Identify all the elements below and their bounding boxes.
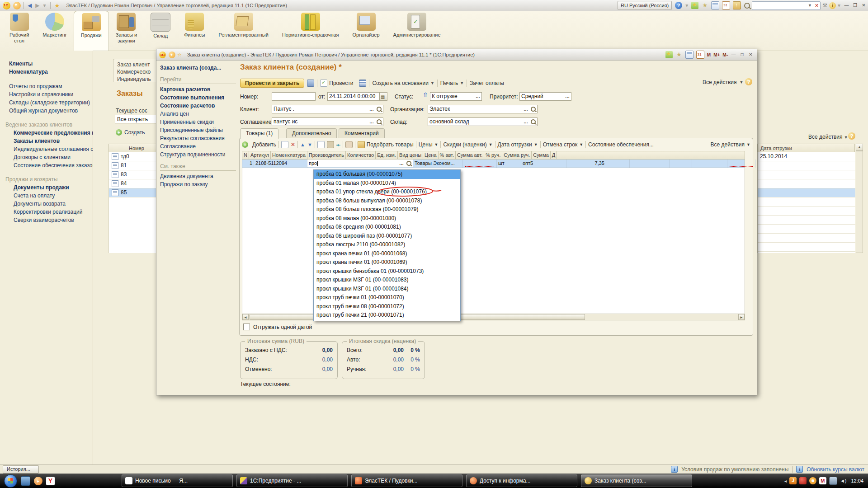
delete-row-icon[interactable]: ✕ — [291, 141, 295, 148]
order-row[interactable]: 84 — [109, 179, 157, 188]
copy-row-icon[interactable] — [281, 141, 288, 148]
taskbar-app-button[interactable]: ЭласТЕК / Пудовки... — [351, 474, 462, 487]
warehouse-search-icon[interactable] — [531, 119, 536, 124]
yandex-browser-icon[interactable]: Y — [46, 477, 55, 485]
move-down-icon[interactable]: ▼ — [307, 142, 312, 147]
search-history-dropdown-icon[interactable]: ▼ — [807, 3, 813, 8]
dialog-nav-item[interactable]: Карточка расчетов — [160, 85, 236, 94]
grid-column-header[interactable]: Сумма авт. — [456, 151, 484, 159]
dropdown-item[interactable]: прокл труб печки 08 (00-00001072) — [314, 302, 460, 311]
paste-icon[interactable] — [327, 141, 334, 148]
number-field[interactable] — [272, 92, 316, 101]
order-date-row[interactable]: 25.10.2014 — [758, 152, 855, 161]
sidebar-item[interactable]: Корректировки реализаций — [0, 208, 93, 216]
memory-mminus-button[interactable]: M- — [722, 52, 728, 57]
sidebar-item[interactable]: Ведение заказов клиентов — [0, 121, 93, 129]
dialog-nav-item[interactable]: Структура подчиненности — [160, 150, 236, 159]
post-and-close-button[interactable]: Провести и закрыть — [240, 79, 304, 88]
supply-state-button[interactable]: Состояние обеспечения... — [588, 140, 654, 149]
calculator-icon[interactable] — [711, 1, 719, 9]
dialog-favorites-icon[interactable]: ★ — [675, 51, 683, 58]
scroll-right-icon[interactable]: ► — [738, 314, 745, 320]
orders-column-date[interactable]: Дата отгрузки — [757, 144, 855, 153]
ship-date-button[interactable]: Дата отгрузки ▼ — [498, 140, 538, 149]
ribbon-tab[interactable]: Регламентированный — [212, 11, 275, 51]
language-button[interactable]: RU Русский (Россия) — [618, 1, 672, 10]
help-dropdown-icon[interactable]: ▾ — [684, 2, 690, 9]
sidebar-item[interactable]: Договоры с клиентами — [0, 153, 93, 161]
priority-choose-icon[interactable]: … — [564, 93, 571, 100]
ribbon-tab[interactable]: Продажи — [74, 11, 109, 51]
search-clear-icon[interactable]: ✕ — [813, 3, 820, 9]
dialog-star-icon[interactable]: ☆ — [175, 52, 184, 58]
sidebar-item[interactable]: Продажи и возвраты — [0, 175, 93, 183]
favorites-star-icon[interactable]: ★ — [53, 2, 62, 9]
scroll-up-icon[interactable]: ▲ — [856, 144, 863, 151]
info-dropdown-icon[interactable]: ▾ — [836, 2, 842, 9]
dialog-nav-item[interactable]: Перейти — [160, 75, 236, 84]
grid-all-actions[interactable]: Все действия ▼ — [711, 140, 750, 149]
dialog-add-favorite-icon[interactable] — [665, 51, 673, 58]
agreement-choose-icon[interactable]: … — [368, 118, 375, 126]
sidebar-item[interactable]: Документы возврата — [0, 200, 93, 208]
agreement-field[interactable]: пантус ис … — [272, 117, 383, 126]
dropdown-item[interactable]: пробка 08 малая (00-00001080) — [314, 214, 460, 223]
dropdown-item[interactable]: прокл труб печки 01 (00-00001070) — [314, 293, 460, 302]
minimize-button[interactable]: — — [843, 2, 850, 9]
client-choose-icon[interactable]: … — [368, 105, 375, 113]
dialog-maximize-button[interactable]: □ — [739, 52, 745, 58]
ribbon-tab[interactable]: Маркетинг — [36, 11, 73, 51]
java-tray-icon[interactable]: J — [789, 477, 797, 484]
priority-field[interactable]: Средний … — [519, 92, 571, 101]
dialog-nav-item[interactable]: Анализ цен — [160, 110, 236, 118]
dialog-nav-item[interactable]: Присоединенные файлы — [160, 126, 236, 134]
agreement-search-icon[interactable] — [377, 119, 382, 124]
panel-link[interactable]: Индивидуаль — [117, 75, 156, 83]
calendar-icon[interactable] — [722, 1, 730, 9]
quantity-cell[interactable] — [463, 160, 497, 168]
status-choose-icon[interactable]: … — [475, 93, 481, 100]
dropdown-item[interactable]: пробка 08 больш выпуклая (00-00001078) — [314, 197, 460, 206]
dialog-calendar-icon[interactable] — [696, 51, 704, 59]
dialog-menu-icon[interactable] — [169, 52, 175, 58]
dialog-close-button[interactable]: ✕ — [747, 52, 754, 58]
checkbox-icon[interactable] — [243, 324, 250, 330]
status-field[interactable]: К отгрузке … — [430, 92, 482, 101]
close-button[interactable]: ✕ — [860, 2, 867, 9]
sidebar-item[interactable]: Склады (складские территории) — [0, 99, 93, 107]
ship-one-date-option[interactable]: Отгружать одной датой — [243, 324, 312, 330]
grid-column-header[interactable]: Сумма — [532, 151, 551, 159]
tab-comment[interactable]: Комментарий — [339, 128, 385, 138]
order-row[interactable]: 83 — [109, 170, 157, 179]
manual-change-icon[interactable] — [345, 141, 353, 148]
update-rates-link[interactable]: Обновить курсы валют — [807, 466, 864, 473]
dropdown-item[interactable]: прокл труб печки 21 (00-00001071) — [314, 311, 460, 320]
orders-vertical-scrollbar[interactable] — [856, 151, 863, 253]
volume-tray-icon[interactable]: ◄) — [840, 478, 847, 483]
grid-column-header[interactable]: Вид цены — [398, 151, 423, 159]
dialog-nav-item[interactable]: Согласование — [160, 142, 236, 150]
nomenclature-search-icon[interactable] — [406, 161, 411, 166]
dialog-nav-item[interactable]: Продажи по заказу — [160, 180, 236, 188]
panel-link[interactable]: Заказ клиент — [117, 61, 156, 68]
report-icon[interactable] — [359, 80, 366, 87]
history-button[interactable]: История... — [3, 465, 39, 474]
dropdown-item[interactable]: пробка 08 средняя (00-00001081) — [314, 223, 460, 232]
ribbon-tab[interactable]: Склад — [144, 11, 177, 51]
warehouse-field[interactable]: основной склад … — [428, 117, 538, 126]
taskbar-app-button[interactable]: Доступ к информа... — [466, 474, 577, 487]
open-file-icon[interactable] — [733, 1, 741, 9]
discounts-button[interactable]: Скидки (наценки) ▼ — [443, 140, 492, 149]
dialog-help-icon[interactable]: ? — [745, 78, 752, 85]
dropdown-item[interactable]: прокл крышки бензобака 01 (00-00001073) — [314, 267, 460, 276]
client-search-icon[interactable] — [377, 107, 382, 112]
sidebar-item[interactable]: Счета на оплату — [0, 192, 93, 200]
move-up-icon[interactable]: ▲ — [300, 142, 305, 147]
dialog-nav-item[interactable]: Состояние расчетов — [160, 102, 236, 110]
system-menu-icon[interactable] — [13, 2, 21, 9]
dialog-nav-item[interactable]: Результаты согласования — [160, 134, 236, 142]
dropdown-item[interactable]: пробка люстры 2110 (00-00001082) — [314, 240, 460, 249]
grid-column-header[interactable]: % авт. — [439, 151, 456, 159]
cancel-rows-button[interactable]: Отмена строк ▼ — [543, 140, 583, 149]
orders-filter-combo[interactable]: Все открыть — [115, 115, 156, 123]
